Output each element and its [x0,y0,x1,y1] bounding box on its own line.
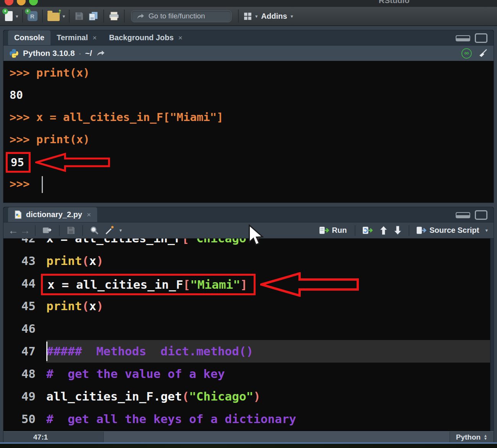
editor-tab-label: dictionary_2.py [26,210,82,219]
python-logo-icon [9,48,19,59]
code-tools-button[interactable] [103,222,117,239]
code-line-49: 49all_cities_in_F.get("Chicago") [3,385,494,408]
code-tools-dropdown[interactable]: ▾ [119,227,122,233]
close-icon[interactable]: × [93,34,97,42]
maximize-pane-icon[interactable] [475,33,487,43]
tab-terminal[interactable]: Terminal× [51,30,103,45]
grid-icon [243,12,252,21]
toolbar-separator [409,225,409,236]
minimize-window-button[interactable] [17,0,26,5]
save-icon [74,11,84,21]
goto-directory-icon[interactable] [96,49,105,57]
console-line: >>> [10,173,494,195]
goto-arrow-icon [136,13,145,20]
language-selector[interactable]: Python ▲▼ [450,432,494,443]
annotation-arrow-icon [260,272,359,297]
code-line-44: 44x = all_cities_in_F["Miami"] [3,272,494,295]
search-icon [90,226,99,235]
main-toolbar: + ▾ R+ ⤴ ▾ Go to file/function ▾ Addins … [0,7,497,26]
toolbar-separator [59,225,60,236]
line-number: 48 [3,363,46,385]
save-icon [66,226,76,235]
code-line-43: 43print(x) [3,250,494,272]
editor-caret [46,342,47,361]
close-window-button[interactable] [5,0,13,5]
new-file-button[interactable]: + [3,8,15,24]
source-script-dropdown[interactable]: ▾ [485,227,488,233]
save-all-button[interactable] [86,8,101,24]
addins-menu[interactable]: Addins [261,12,287,21]
tab-label: Background Jobs [109,33,174,42]
titlebar: RStudio [0,0,497,7]
interpreter-name[interactable]: Python 3.10.8 [23,49,75,58]
forward-button[interactable]: → [20,223,30,238]
run-label: Run [332,226,347,235]
annotation-arrow-icon [35,153,110,172]
panes-layout-dropdown[interactable]: ▾ [255,13,258,19]
close-icon[interactable]: × [87,211,91,219]
addins-dropdown[interactable]: ▾ [290,13,293,19]
interpreter-separator: · [78,49,81,58]
working-directory[interactable]: ~/ [85,49,92,58]
line-number: 44 [3,272,46,295]
print-button[interactable] [107,8,121,24]
code-line-45: 45print(x) [3,295,494,317]
clear-console-broom-icon[interactable] [478,48,488,59]
save-button[interactable] [72,8,86,24]
console-line: 80 [10,84,494,106]
open-folder-icon: ⤴ [47,13,60,21]
annotation-box: 95 [6,152,31,173]
line-number: 43 [3,250,46,272]
toolbar-separator [355,225,355,236]
window-title: RStudio [365,0,423,6]
console-caret [42,176,43,193]
line-number: 42 [3,239,46,250]
open-in-new-window-button[interactable] [40,222,54,239]
rerun-icon [362,226,374,235]
toolbar-separator [238,10,239,23]
open-file-dropdown[interactable]: ▾ [63,13,65,19]
editor-lines: 42x = all_cities_in_F["Chicago"]43print(… [3,239,494,430]
r-project-icon: R+ [28,11,37,21]
new-project-button[interactable]: R+ [26,8,39,24]
close-icon[interactable]: × [178,34,183,42]
desktop-background [0,444,497,448]
open-file-button[interactable]: ⤴ [46,8,62,24]
maximize-pane-icon[interactable] [475,210,487,220]
minimize-pane-icon[interactable] [456,212,470,218]
panes-layout-button[interactable] [241,8,254,24]
run-button[interactable]: Run [317,222,350,239]
code-line-47: 47##### Methods dict.method() [3,340,494,363]
tab-background-jobs[interactable]: Background Jobs× [103,30,189,45]
annotation-box: x = all_cities_in_F["Miami"] [41,274,256,295]
tab-dictionary-2-py[interactable]: dictionary_2.py × [8,207,97,222]
editor-status-bar: 47:1 Python ▲▼ [3,431,494,443]
console-window-controls [456,33,487,43]
tab-console[interactable]: Console [8,30,51,45]
zoom-window-button[interactable] [29,0,38,5]
run-next-button[interactable] [391,222,404,239]
editor-scrollbar[interactable] [490,239,494,431]
tab-label: Console [14,33,44,42]
source-script-button[interactable]: Source Script [414,222,482,239]
run-icon [319,226,331,235]
console-line: 95 [10,150,494,173]
code-line-48: 48# get the value of a key [3,363,494,385]
line-number: 47 [3,340,46,363]
run-previous-button[interactable] [377,222,390,239]
goto-file-function-input[interactable]: Go to file/function [131,10,231,22]
save-file-button[interactable] [64,222,78,239]
back-button[interactable]: ← [8,223,18,238]
toolbar-separator [35,225,36,236]
console-header: Python 3.10.8 · ~/ ∞ [3,46,494,61]
new-file-dropdown[interactable]: ▾ [16,13,18,19]
editor-code-area[interactable]: 42x = all_cities_in_F["Chicago"]43print(… [3,239,494,431]
console-output[interactable]: >>> print(x)80>>> x = all_cities_in_F["M… [3,61,494,203]
console-line: >>> print(x) [10,128,494,150]
cursor-position: 47:1 [3,432,104,443]
arrow-down-icon [393,225,402,235]
rerun-button[interactable] [360,222,376,239]
language-spinner-icon: ▲▼ [484,434,487,440]
find-replace-button[interactable] [88,222,101,239]
minimize-pane-icon[interactable] [456,35,470,41]
